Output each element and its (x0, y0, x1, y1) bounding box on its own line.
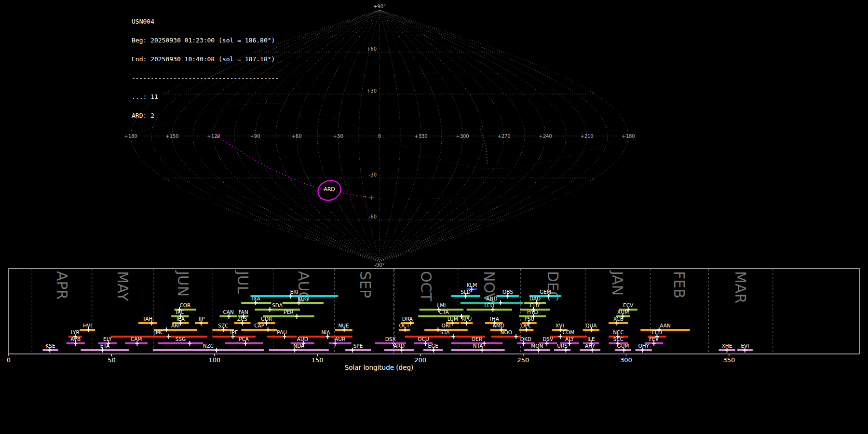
shower-label-ELY: ELY (103, 336, 112, 342)
x-axis-tick-label: 250 (517, 356, 529, 364)
shower-label-IIP: IIP (199, 316, 205, 322)
shower-label-LEO: LEO (484, 302, 494, 308)
shower-label-EVI: EVI (741, 343, 749, 349)
shower-label-JMC: JMC (154, 329, 164, 335)
shower-label-DKD: DKD (520, 336, 531, 342)
longitude-label: +60 (291, 134, 301, 139)
shower-label-SCC: SCC (613, 336, 624, 342)
x-axis-tick-label: 300 (620, 356, 632, 364)
shower-label-NTA: NTA (473, 343, 483, 349)
pole-label-south: -90° (374, 262, 384, 268)
x-axis-tick-label: 100 (208, 356, 220, 364)
shower-label-STA: STA (440, 329, 450, 335)
longitude-label: 0 (378, 134, 381, 139)
map-meridian (380, 10, 608, 262)
plot-canvas: +90°-90°+60+30-30-60+180+150+120+90+60+3… (0, 0, 868, 434)
shower-label-AUR: AUR (335, 336, 345, 342)
shower-label-CAN: CAN (223, 309, 233, 315)
shower-label-SDA: SDA (272, 302, 283, 308)
x-axis-tick-label: 50 (108, 356, 116, 364)
drift-start-dot (217, 136, 219, 138)
month-label-jun: JUN (175, 270, 191, 297)
shower-label-AHY: AHY (585, 343, 596, 349)
galactic-arc (480, 129, 487, 164)
shower-label-DAD: DAD (529, 296, 541, 301)
shower-label-OBS: OBS (502, 289, 513, 295)
longitude-label: +300 (456, 134, 469, 139)
shower-label-SSG: SSG (176, 336, 186, 342)
month-label-oct: OCT (418, 271, 434, 302)
shower-label-EHY: EHY (530, 302, 541, 308)
shower-label-XUM: XUM (617, 309, 629, 315)
info-panel: USN004 Beg: 20250930 01:23:00 (sol = 186… (132, 6, 279, 131)
shower-label-LYR: LYR (71, 329, 80, 335)
shower-label-AND: AND (486, 296, 497, 301)
shower-label-EGE: EGE (428, 343, 438, 349)
shower-label-FEV: FEV (649, 336, 659, 342)
shower-label-SLD: SLD (461, 289, 471, 295)
month-label-may: MAY (114, 271, 131, 301)
shower-label-LUM: LUM (448, 316, 458, 322)
shower-label-NCC: NCC (613, 329, 624, 335)
shower-label-HVI: HVI (83, 323, 92, 328)
x-axis-tick-label: 150 (312, 356, 324, 364)
shower-label-URS: URS (557, 343, 568, 349)
shower-label-XCB: XCB (613, 316, 624, 322)
shower-label-DRA: DRA (402, 316, 413, 322)
x-axis-tick-label: 200 (414, 356, 426, 364)
shower-label-COR: COR (180, 302, 191, 308)
shower-label-KLM: KLM (466, 282, 477, 288)
shower-label-AAN: AAN (660, 323, 671, 328)
shower-label-ETA: ETA (100, 343, 110, 349)
month-label-jul: JUL (234, 270, 251, 294)
shower-label-CAP: CAP (254, 323, 264, 328)
shower-label-RPU: RPU (461, 316, 472, 322)
shower-label-ARD: ARD (394, 343, 405, 349)
shower-label-IXA: IXA (252, 296, 260, 301)
shower-label-LMI: LMI (437, 302, 446, 308)
longitude-label: +240 (539, 134, 552, 139)
shower-label-ZCS: ZCS (237, 316, 248, 322)
x-axis-tick-label: 350 (723, 356, 735, 364)
shower-label-IPE: IPE (230, 329, 238, 335)
shower-label-CAM: CAM (131, 336, 142, 342)
shower-label-XHE: XHE (722, 343, 732, 349)
shower-label-AVB: AVB (70, 336, 81, 342)
shower-label-FED: FED (652, 329, 662, 335)
radiant-drift-line (218, 137, 371, 198)
shower-label-PCA: PCA (239, 336, 249, 342)
longitude-label: +330 (414, 134, 427, 139)
latitude-label: -30 (369, 172, 377, 177)
shower-label-DSX: DSX (385, 336, 396, 342)
month-label-sep: SEP (357, 271, 374, 298)
shower-label-OHY: OHY (638, 343, 649, 349)
activity-chart: APRMAYJUNJULAUGSEPOCTNOVDECJANFEBMARKLME… (7, 269, 859, 364)
month-label-jan: JAN (609, 270, 626, 296)
shower-label-ALY: ALY (565, 336, 574, 342)
shower-label-OCU: OCU (418, 336, 429, 342)
shower-label-DPC: DPC (521, 323, 532, 328)
shower-label-NOO: NOO (501, 329, 512, 335)
shower-label-ARI: ARI (171, 323, 180, 328)
month-label-mar: MAR (732, 271, 749, 303)
shower-label-NZC: NZC (203, 343, 214, 349)
shower-label-KCG: KCG (298, 296, 308, 301)
month-label-apr: APR (54, 271, 70, 299)
shower-label-KSE: KSE (45, 343, 55, 349)
x-axis-tick-label: 0 (7, 356, 11, 364)
shower-label-NUE: NUE (339, 323, 349, 328)
shower-label-GDR: GDR (261, 316, 272, 322)
shower-label-ERI: ERI (290, 289, 298, 295)
shower-label-ORI: ORI (442, 323, 451, 328)
shower-label-FAN: FAN (238, 309, 248, 315)
shower-label-PER: PER (284, 309, 293, 315)
shower-label-NIA: NIA (321, 329, 330, 335)
info-divider: --------------------------------------- (132, 75, 279, 81)
shower-label-COM: COM (563, 329, 575, 335)
shower-label-CTA: CTA (439, 309, 449, 315)
sporadic-count: ...: 11 (132, 94, 279, 100)
begin-time: Beg: 20250930 01:23:00 (sol = 186.80°) (132, 37, 279, 43)
shower-label-IEA: IEA (176, 316, 185, 322)
shower-label-TAH: TAH (142, 316, 153, 322)
station-id: USN004 (132, 18, 279, 25)
